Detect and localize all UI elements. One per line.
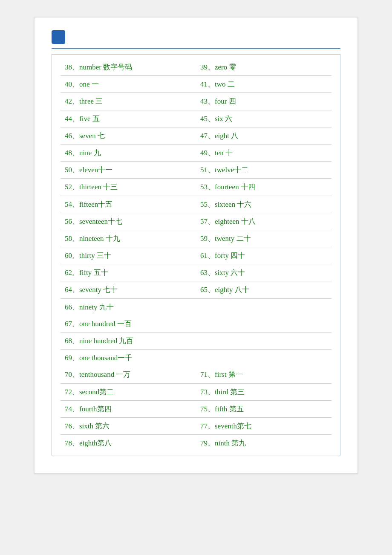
list-item: 45、six 六 xyxy=(196,110,331,127)
list-item: 67、one hundred 一百 xyxy=(61,315,331,332)
list-item: 72、second第二 xyxy=(61,384,196,400)
list-item: 54、fifteen十五 xyxy=(61,196,196,213)
vocab-row: 54、fifteen十五55、sixteen 十六 xyxy=(61,196,331,213)
list-item: 57、eighteen 十八 xyxy=(196,213,331,230)
list-item: 70、tenthousand 一万 xyxy=(61,366,196,383)
vocab-row: 56、seventeen十七57、eighteen 十八 xyxy=(61,213,331,230)
vocab-row: 76、sixth 第六77、seventh第七 xyxy=(61,418,331,435)
list-item: 75、fifth 第五 xyxy=(196,401,331,417)
list-item: 68、nine hundred 九百 xyxy=(61,332,331,349)
vocab-row: 66、ninety 九十 xyxy=(61,299,331,315)
vocab-row: 62、fifty 五十63、sixty 六十 xyxy=(61,264,331,281)
list-item: 44、five 五 xyxy=(61,110,196,127)
vocab-row: 58、nineteen 十九59、twenty 二十 xyxy=(61,230,331,247)
list-item: 46、seven 七 xyxy=(61,127,196,144)
list-item: 55、sixteen 十六 xyxy=(196,196,331,213)
list-item: 43、four 四 xyxy=(196,93,331,110)
list-item: 78、eighth第八 xyxy=(61,435,196,451)
vocab-row: 50、eleven十一51、twelve十二 xyxy=(61,162,331,179)
vocab-row-single: 69、one thousand一千 xyxy=(61,350,331,366)
list-item: 77、seventh第七 xyxy=(196,418,331,434)
vocab-row: 78、eighth第八79、ninth 第九 xyxy=(61,435,331,451)
list-item: 73、third 第三 xyxy=(196,384,331,400)
list-item: 63、sixty 六十 xyxy=(196,264,331,281)
vocab-row: 52、thirteen 十三53、fourteen 十四 xyxy=(61,179,331,196)
list-item: 58、nineteen 十九 xyxy=(61,230,196,247)
grid-rows-secondary: 70、tenthousand 一万71、first 第一72、second第二7… xyxy=(61,366,331,451)
list-item: 69、one thousand一千 xyxy=(61,350,331,366)
list-item: 64、seventy 七十 xyxy=(61,281,196,298)
list-item: 61、forty 四十 xyxy=(196,247,331,264)
list-item: 65、eighty 八十 xyxy=(196,281,331,298)
list-item: 51、twelve十二 xyxy=(196,162,331,178)
list-item: 38、number 数字号码 xyxy=(61,59,196,75)
list-item: 71、first 第一 xyxy=(196,366,331,383)
list-item: 40、one 一 xyxy=(61,76,196,92)
list-item: 79、ninth 第九 xyxy=(196,435,331,451)
list-item: 56、seventeen十七 xyxy=(61,213,196,230)
vocab-row: 60、thirty 三十61、forty 四十 xyxy=(61,247,331,264)
list-item: 66、ninety 九十 xyxy=(61,299,196,315)
single-rows: 67、one hundred 一百68、nine hundred 九百69、on… xyxy=(61,315,331,367)
list-item: 62、fifty 五十 xyxy=(61,264,196,281)
list-item: 52、thirteen 十三 xyxy=(61,179,196,195)
page-container: 38、number 数字号码39、zero 零40、one 一41、two 二4… xyxy=(34,17,358,474)
content-area: 38、number 数字号码39、zero 零40、one 一41、two 二4… xyxy=(52,54,340,456)
list-item: 41、two 二 xyxy=(196,76,331,92)
vocab-row: 38、number 数字号码39、zero 零 xyxy=(61,59,331,76)
list-item: 39、zero 零 xyxy=(196,59,331,75)
vocab-row-single: 67、one hundred 一百 xyxy=(61,315,331,332)
vocab-row: 74、fourth第四75、fifth 第五 xyxy=(61,401,331,418)
list-item: 48、nine 九 xyxy=(61,145,196,161)
vocab-row: 70、tenthousand 一万71、first 第一 xyxy=(61,366,331,383)
vocab-row: 64、seventy 七十65、eighty 八十 xyxy=(61,281,331,298)
list-item: 47、eight 八 xyxy=(196,127,331,144)
vocab-row: 42、three 三43、four 四 xyxy=(61,93,331,110)
vocab-row: 72、second第二73、third 第三 xyxy=(61,384,331,401)
grid-rows-primary: 38、number 数字号码39、zero 零40、one 一41、two 二4… xyxy=(61,59,331,315)
list-item: 74、fourth第四 xyxy=(61,401,196,417)
list-item: 59、twenty 二十 xyxy=(196,230,331,247)
list-item: 49、ten 十 xyxy=(196,145,331,161)
vocab-row-single: 68、nine hundred 九百 xyxy=(61,332,331,350)
list-item: 50、eleven十一 xyxy=(61,162,196,178)
vocab-row: 46、seven 七47、eight 八 xyxy=(61,127,331,145)
vocab-row: 44、five 五45、six 六 xyxy=(61,110,331,127)
list-item: 76、sixth 第六 xyxy=(61,418,196,434)
list-item-empty xyxy=(196,299,331,315)
list-item: 53、fourteen 十四 xyxy=(196,179,331,195)
vocab-row: 48、nine 九49、ten 十 xyxy=(61,145,331,162)
list-item: 60、thirty 三十 xyxy=(61,247,196,264)
list-item: 42、three 三 xyxy=(61,93,196,110)
section-header xyxy=(52,30,340,49)
vocab-row: 40、one 一41、two 二 xyxy=(61,76,331,93)
section-icon xyxy=(52,30,65,44)
